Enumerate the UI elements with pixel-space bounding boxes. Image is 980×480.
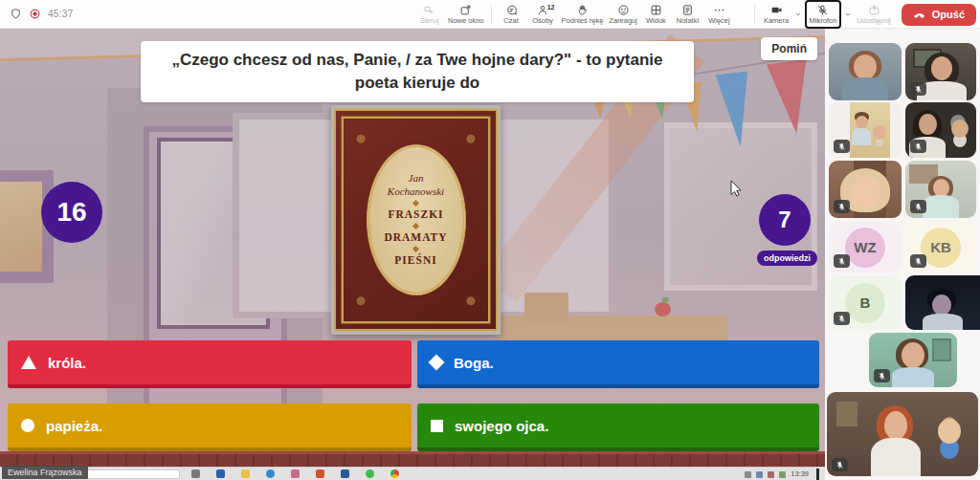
remote-control-button[interactable]: Steruj	[413, 0, 445, 29]
answer-button-red[interactable]: króla.	[8, 340, 412, 388]
share-screen-button[interactable]: Udostępnij	[854, 0, 893, 29]
muted-mic-icon	[910, 140, 926, 153]
triangle-icon	[21, 356, 36, 369]
participant-video[interactable]	[905, 275, 980, 330]
participant-video[interactable]	[905, 43, 976, 100]
taskbar-clock: 13:39	[791, 470, 809, 478]
answer-button-green[interactable]: swojego ojca.	[417, 404, 819, 451]
meeting-toolbar: 45:37 Steruj Nowe okno Czat 12 Podnieś r…	[0, 0, 980, 29]
muted-mic-icon	[910, 254, 926, 268]
skip-button[interactable]: Pomiń	[761, 37, 817, 60]
whatsapp-icon[interactable]	[366, 469, 374, 478]
apple-decoration	[655, 302, 671, 316]
participant-video[interactable]	[905, 161, 976, 218]
microphone-button[interactable]: Mikrofon	[805, 0, 842, 29]
system-tray: 13:39	[745, 469, 819, 480]
avatar-initials: B	[845, 283, 885, 323]
recording-timer: 45:37	[48, 9, 74, 19]
view-button[interactable]: Widok	[640, 0, 672, 29]
book-title: FRASZKI	[388, 208, 443, 221]
participants-count-badge: 12	[547, 4, 555, 11]
folder-icon[interactable]	[241, 469, 250, 478]
participant-video[interactable]	[829, 43, 902, 100]
new-window-button[interactable]: Nowe okno	[445, 0, 487, 29]
avatar-initials: KB	[921, 228, 961, 268]
participants-button[interactable]: 12 Podnieś rękę Osoby	[527, 0, 559, 29]
share-screen-icon	[868, 4, 880, 16]
answers-count: 7	[759, 194, 811, 246]
countdown-timer: 16	[41, 182, 102, 243]
powerpoint-icon[interactable]	[316, 469, 324, 478]
participant-video[interactable]	[829, 161, 902, 218]
taskbar-app-icon[interactable]	[216, 469, 225, 478]
more-ellipsis-icon	[713, 4, 725, 16]
circle-icon	[21, 419, 34, 432]
tray-icon[interactable]	[756, 471, 763, 478]
participant-video[interactable]	[829, 102, 902, 158]
muted-mic-icon	[834, 312, 850, 325]
microphone-muted-icon	[816, 4, 829, 16]
muted-mic-icon	[834, 200, 850, 213]
edge-icon[interactable]	[266, 469, 275, 478]
book-author: Jan Kochanowski	[388, 172, 444, 197]
participant-video[interactable]	[827, 392, 978, 476]
raise-hand-button[interactable]: Podnieś rękę	[559, 0, 607, 29]
word-icon[interactable]	[341, 469, 349, 478]
new-window-icon	[459, 4, 472, 16]
participant-video[interactable]	[905, 102, 976, 158]
remote-control-icon	[423, 4, 435, 16]
presenter-name-tag: Ewelina Frązowska	[2, 466, 88, 479]
brick-wall-strip	[0, 451, 825, 467]
participant-avatar[interactable]: KB	[905, 222, 976, 273]
participant-avatar[interactable]: B	[829, 275, 902, 330]
tray-icon[interactable]	[745, 471, 751, 478]
shared-screen-taskbar: 13:39	[0, 467, 825, 480]
muted-mic-icon	[910, 200, 926, 213]
book-medallion: Jan Kochanowski FRASZKI DRAMATY PIEŚNI	[367, 144, 466, 295]
security-shield-icon[interactable]	[10, 8, 22, 20]
question-text: „Czego chcesz od nas, Panie, / za Twe ho…	[166, 49, 669, 95]
question-media-book: Jan Kochanowski FRASZKI DRAMATY PIEŚNI	[331, 105, 501, 335]
toolbar-divider	[754, 5, 755, 24]
square-icon	[431, 420, 443, 432]
tray-icon[interactable]	[768, 471, 774, 478]
classroom-chair	[524, 293, 568, 321]
microphone-options-chevron[interactable]	[843, 0, 852, 29]
muted-mic-icon	[834, 140, 850, 153]
leave-meeting-button[interactable]: Opuść	[902, 4, 976, 26]
camera-icon	[770, 4, 783, 16]
tray-icon[interactable]	[779, 471, 786, 478]
shared-screen-kahoot: „Czego chcesz od nas, Panie, / za Twe ho…	[0, 29, 825, 480]
toolbar-divider	[491, 5, 492, 24]
avatar-initials: WZ	[845, 228, 885, 268]
answer-grid: króla. Boga. papieża. swojego ojca.	[8, 340, 819, 451]
muted-mic-icon	[834, 254, 850, 268]
chat-button[interactable]: Czat	[496, 0, 527, 29]
chat-icon	[505, 4, 518, 16]
mouse-cursor	[730, 180, 743, 197]
recording-indicator-icon	[29, 8, 41, 20]
camera-options-chevron[interactable]	[794, 0, 803, 29]
react-button[interactable]: Zareaguj	[606, 0, 640, 29]
zoom-meeting-window: 45:37 Steruj Nowe okno Czat 12 Podnieś r…	[0, 0, 980, 480]
show-desktop-button[interactable]	[816, 469, 819, 480]
notes-icon	[681, 4, 694, 16]
answers-counter: 7 odpowiedzi	[757, 194, 813, 266]
taskbar-search-input[interactable]	[75, 469, 180, 479]
raise-hand-icon	[576, 4, 589, 16]
taskbar-app-icon[interactable]	[291, 469, 300, 478]
answer-button-blue[interactable]: Boga.	[417, 340, 819, 388]
book-title: DRAMATY	[384, 231, 447, 244]
participant-video[interactable]	[869, 333, 957, 387]
answer-button-yellow[interactable]: papieża.	[8, 404, 412, 451]
hang-up-icon	[913, 8, 926, 21]
book-title: PIEŚNI	[394, 254, 436, 267]
muted-mic-icon	[910, 82, 926, 96]
participant-avatar[interactable]: WZ	[829, 222, 902, 273]
view-grid-icon	[650, 4, 662, 16]
more-button[interactable]: Więcej	[703, 0, 735, 29]
chrome-icon[interactable]	[390, 469, 399, 478]
task-view-icon[interactable]	[191, 469, 200, 478]
notes-button[interactable]: Notatki	[672, 0, 703, 29]
camera-button[interactable]: Kamera	[761, 0, 792, 29]
